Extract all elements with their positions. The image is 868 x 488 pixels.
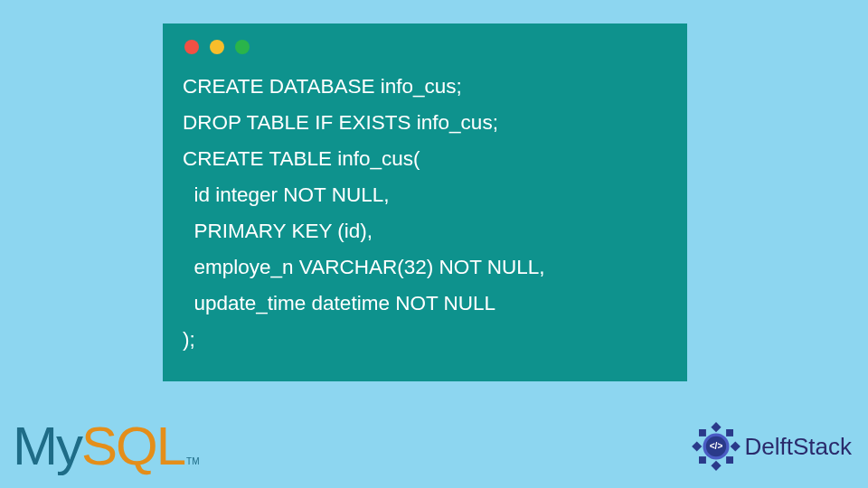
svg-marker-2 bbox=[692, 441, 702, 451]
badge-code-text: </> bbox=[709, 441, 722, 451]
code-window: CREATE DATABASE info_cus; DROP TABLE IF … bbox=[163, 23, 687, 381]
close-icon bbox=[184, 40, 199, 54]
delftstack-logo: </> DelftStack bbox=[691, 421, 853, 472]
svg-marker-3 bbox=[730, 441, 740, 451]
code-block: CREATE DATABASE info_cus; DROP TABLE IF … bbox=[183, 69, 667, 358]
mysql-logo: MySQLTM bbox=[13, 415, 200, 477]
mysql-sql: SQL bbox=[81, 415, 184, 477]
mysql-my: My bbox=[13, 415, 81, 477]
minimize-icon bbox=[210, 40, 224, 54]
svg-marker-1 bbox=[711, 461, 721, 471]
mysql-tm: TM bbox=[186, 456, 199, 466]
window-controls bbox=[184, 40, 667, 54]
svg-marker-0 bbox=[711, 422, 721, 432]
delftstack-badge-icon: </> bbox=[691, 421, 741, 472]
maximize-icon bbox=[235, 40, 250, 54]
delftstack-text: DelftStack bbox=[745, 433, 853, 461]
